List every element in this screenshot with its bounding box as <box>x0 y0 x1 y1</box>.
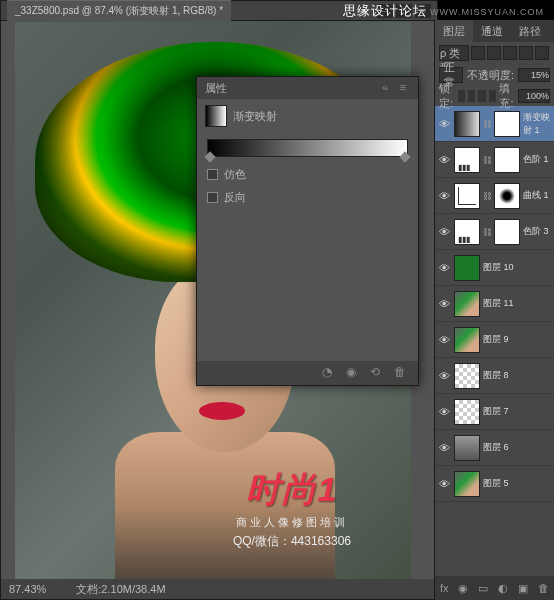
page-watermark: 思缘设计论坛 WWW.MISSYUAN.COM <box>343 2 544 20</box>
filter-type-select[interactable]: ρ 类型 <box>439 45 469 61</box>
gradient-stop[interactable] <box>399 151 410 162</box>
adjustment-type-label: 渐变映射 <box>233 109 277 124</box>
lock-position-icon[interactable] <box>478 90 485 102</box>
layer-name[interactable]: 图层 6 <box>483 441 552 454</box>
layer-row[interactable]: 👁⛓色阶 1 <box>435 142 554 178</box>
new-layer-icon[interactable]: ▣ <box>518 582 528 595</box>
properties-panel: 属性 «≡ 渐变映射 仿色 反向 ◔ ◉ ⟲ 🗑 <box>196 76 419 386</box>
layer-thumbnail[interactable] <box>454 327 480 353</box>
link-icon[interactable]: ⛓ <box>483 155 491 165</box>
layer-row[interactable]: 👁图层 6 <box>435 430 554 466</box>
lock-all-icon[interactable] <box>489 90 496 102</box>
layer-thumbnail[interactable] <box>454 399 480 425</box>
layers-panel: 图层 通道 路径 ρ 类型 正常 不透明度: 锁定: 填充: 👁⛓渐变映射 1👁… <box>434 20 554 600</box>
layer-thumbnail[interactable] <box>454 471 480 497</box>
mask-icon[interactable]: ◉ <box>458 582 468 595</box>
visibility-icon[interactable]: 👁 <box>437 406 451 418</box>
panel-menu-icon[interactable]: ≡ <box>396 81 410 95</box>
layer-thumbnail[interactable] <box>454 363 480 389</box>
filter-icon[interactable] <box>519 46 533 60</box>
dither-checkbox[interactable]: 仿色 <box>197 163 418 186</box>
layer-name[interactable]: 渐变映射 1 <box>523 111 552 137</box>
layer-name[interactable]: 图层 11 <box>483 297 552 310</box>
layer-name[interactable]: 色阶 1 <box>523 153 552 166</box>
visibility-icon[interactable]: 👁 <box>437 334 451 346</box>
panel-collapse-icon[interactable]: « <box>378 81 392 95</box>
layer-thumbnail[interactable] <box>454 219 480 245</box>
mask-thumbnail[interactable] <box>494 111 520 137</box>
layer-list[interactable]: 👁⛓渐变映射 1👁⛓色阶 1👁⛓曲线 1👁⛓色阶 3👁图层 10👁图层 11👁图… <box>435 106 554 566</box>
opacity-input[interactable] <box>518 68 550 82</box>
status-bar: 87.43% 文档:2.10M/38.4M <box>1 579 437 599</box>
layer-thumbnail[interactable] <box>454 183 480 209</box>
link-icon[interactable]: ⛓ <box>483 119 491 129</box>
image-watermark: 时尚1 商业人像修图培训 QQ/微信：443163306 <box>233 467 351 550</box>
layer-name[interactable]: 图层 8 <box>483 369 552 382</box>
tab-layers[interactable]: 图层 <box>435 20 473 43</box>
filter-icon[interactable] <box>535 46 549 60</box>
layer-name[interactable]: 图层 5 <box>483 477 552 490</box>
layer-thumbnail[interactable] <box>454 147 480 173</box>
mask-thumbnail[interactable] <box>494 147 520 173</box>
filter-icon[interactable] <box>503 46 517 60</box>
fx-icon[interactable]: fx <box>440 582 449 594</box>
layer-name[interactable]: 图层 10 <box>483 261 552 274</box>
trash-icon[interactable]: 🗑 <box>538 582 549 594</box>
layer-row[interactable]: 👁图层 8 <box>435 358 554 394</box>
layer-name[interactable]: 曲线 1 <box>523 189 552 202</box>
gradient-stop[interactable] <box>204 151 215 162</box>
layer-name[interactable]: 图层 7 <box>483 405 552 418</box>
visibility-icon[interactable]: 👁 <box>437 370 451 382</box>
gradient-map-icon <box>205 105 227 127</box>
visibility-icon[interactable]: 👁 <box>437 154 451 166</box>
visibility-icon[interactable]: 👁 <box>437 118 451 130</box>
layers-footer: fx ◉ ▭ ◐ ▣ 🗑 <box>435 576 554 600</box>
tab-channels[interactable]: 通道 <box>473 20 511 43</box>
fill-input[interactable] <box>518 89 550 103</box>
layer-name[interactable]: 色阶 3 <box>523 225 552 238</box>
properties-header[interactable]: 属性 «≡ <box>197 77 418 99</box>
layer-row[interactable]: 👁图层 7 <box>435 394 554 430</box>
tab-paths[interactable]: 路径 <box>511 20 549 43</box>
delete-icon[interactable]: 🗑 <box>394 365 410 381</box>
layer-row[interactable]: 👁⛓色阶 3 <box>435 214 554 250</box>
clip-icon[interactable]: ◔ <box>322 365 338 381</box>
view-prev-icon[interactable]: ◉ <box>346 365 362 381</box>
layer-thumbnail[interactable] <box>454 291 480 317</box>
visibility-icon[interactable]: 👁 <box>437 442 451 454</box>
document-tab[interactable]: _33Z5800.psd @ 87.4% (渐变映射 1, RGB/8) * <box>7 0 231 21</box>
reset-icon[interactable]: ⟲ <box>370 365 386 381</box>
mask-thumbnail[interactable] <box>494 183 520 209</box>
visibility-icon[interactable]: 👁 <box>437 190 451 202</box>
layer-row[interactable]: 👁图层 5 <box>435 466 554 502</box>
layer-row[interactable]: 👁⛓曲线 1 <box>435 178 554 214</box>
group-icon[interactable]: ◐ <box>498 582 508 595</box>
layer-thumbnail[interactable] <box>454 255 480 281</box>
layer-row[interactable]: 👁图层 9 <box>435 322 554 358</box>
adjustment-icon[interactable]: ▭ <box>478 582 488 595</box>
visibility-icon[interactable]: 👁 <box>437 298 451 310</box>
filter-icon[interactable] <box>471 46 485 60</box>
zoom-level[interactable]: 87.43% <box>9 583 46 595</box>
visibility-icon[interactable]: 👁 <box>437 262 451 274</box>
visibility-icon[interactable]: 👁 <box>437 226 451 238</box>
filter-icon[interactable] <box>487 46 501 60</box>
gradient-editor[interactable] <box>207 139 408 157</box>
link-icon[interactable]: ⛓ <box>483 227 491 237</box>
layer-thumbnail[interactable] <box>454 111 480 137</box>
visibility-icon[interactable]: 👁 <box>437 478 451 490</box>
link-icon[interactable]: ⛓ <box>483 191 491 201</box>
panel-tabs: 图层 通道 路径 <box>435 20 554 42</box>
layer-thumbnail[interactable] <box>454 435 480 461</box>
layer-row[interactable]: 👁⛓渐变映射 1 <box>435 106 554 142</box>
mask-thumbnail[interactable] <box>494 219 520 245</box>
doc-info: 文档:2.10M/38.4M <box>76 582 165 597</box>
reverse-checkbox[interactable]: 反向 <box>197 186 418 209</box>
lock-transparency-icon[interactable] <box>458 90 465 102</box>
layer-row[interactable]: 👁图层 10 <box>435 250 554 286</box>
layer-row[interactable]: 👁图层 11 <box>435 286 554 322</box>
layer-name[interactable]: 图层 9 <box>483 333 552 346</box>
lock-pixels-icon[interactable] <box>468 90 475 102</box>
